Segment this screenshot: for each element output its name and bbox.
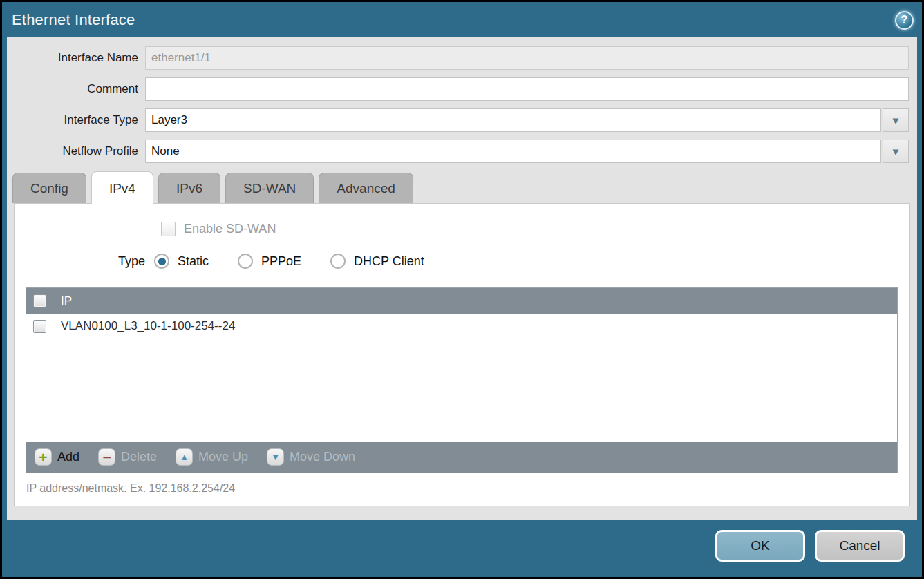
dialog-content: Interface Name Comment Interface Type ▼ …	[7, 37, 917, 520]
form-row-interface-name: Interface Name	[7, 46, 909, 70]
chevron-down-icon: ▼	[891, 115, 901, 126]
table-row[interactable]: VLAN0100_L3_10-1-100-254--24	[26, 314, 897, 339]
delete-button[interactable]: − Delete	[98, 448, 157, 466]
cancel-button[interactable]: Cancel	[815, 530, 905, 562]
enable-sdwan-row: Enable SD-WAN	[161, 222, 909, 236]
help-icon[interactable]: ?	[895, 11, 914, 30]
enable-sdwan-checkbox	[161, 222, 176, 236]
arrow-down-icon: ▼	[267, 448, 284, 466]
move-up-button[interactable]: ▲ Move Up	[176, 448, 248, 466]
type-label: Type	[15, 254, 154, 269]
radio-dhcp-client-label[interactable]: DHCP Client	[354, 254, 424, 269]
ethernet-interface-dialog: Ethernet Interface ? Interface Name Comm…	[0, 0, 924, 579]
row-checkbox[interactable]	[33, 320, 46, 333]
netflow-profile-dropdown-button[interactable]: ▼	[883, 140, 909, 163]
comment-label: Comment	[7, 82, 145, 96]
chevron-down-icon: ▼	[891, 146, 901, 158]
form-row-interface-type: Interface Type ▼	[7, 108, 909, 132]
ip-table-body: VLAN0100_L3_10-1-100-254--24	[26, 314, 897, 442]
radio-pppoe[interactable]	[238, 254, 253, 269]
dialog-titlebar: Ethernet Interface ?	[2, 2, 922, 38]
radio-dhcp-client[interactable]	[330, 254, 346, 269]
netflow-profile-field[interactable]	[145, 140, 881, 163]
form-row-comment: Comment	[7, 77, 909, 101]
move-up-button-label: Move Up	[198, 450, 248, 464]
ip-row-value[interactable]: VLAN0100_L3_10-1-100-254--24	[53, 319, 235, 333]
comment-field[interactable]	[145, 77, 909, 101]
tab-advanced[interactable]: Advanced	[319, 173, 413, 203]
enable-sdwan-label: Enable SD-WAN	[184, 222, 276, 236]
tab-strip: Config IPv4 IPv6 SD-WAN Advanced	[12, 171, 917, 203]
tab-ipv4[interactable]: IPv4	[91, 171, 153, 204]
tab-sd-wan[interactable]: SD-WAN	[225, 173, 314, 203]
interface-name-label: Interface Name	[7, 51, 145, 65]
plus-icon: +	[35, 448, 52, 466]
ipv4-tab-panel: Enable SD-WAN Type Static PPPoE DHCP Cli…	[14, 203, 910, 506]
radio-static[interactable]	[154, 254, 169, 269]
ok-button[interactable]: OK	[715, 530, 805, 562]
ip-table-header: IP	[26, 288, 897, 314]
tab-config[interactable]: Config	[12, 173, 86, 203]
move-down-button-label: Move Down	[290, 450, 355, 464]
row-checkbox-cell	[26, 314, 53, 339]
arrow-up-icon: ▲	[176, 448, 193, 466]
form-row-netflow-profile: Netflow Profile ▼	[7, 140, 909, 163]
ip-column-header: IP	[53, 294, 72, 308]
move-down-button[interactable]: ▼ Move Down	[267, 448, 355, 466]
ip-address-table: IP VLAN0100_L3_10-1-100-254--24 + Add	[26, 287, 898, 473]
dialog-title: Ethernet Interface	[12, 11, 895, 29]
tab-ipv6[interactable]: IPv6	[158, 173, 220, 203]
type-radio-group: Type Static PPPoE DHCP Client	[15, 254, 909, 269]
interface-form: Interface Name Comment Interface Type ▼ …	[7, 37, 917, 163]
netflow-profile-label: Netflow Profile	[7, 144, 145, 158]
delete-button-label: Delete	[121, 450, 157, 464]
select-all-cell	[26, 288, 53, 314]
select-all-checkbox[interactable]	[33, 294, 46, 307]
ip-format-hint: IP address/netmask. Ex. 192.168.2.254/24	[26, 482, 909, 495]
dialog-footer: OK Cancel	[715, 530, 905, 562]
interface-type-field[interactable]	[145, 108, 881, 132]
add-button-label: Add	[57, 450, 79, 464]
interface-type-dropdown-button[interactable]: ▼	[883, 108, 909, 132]
add-button[interactable]: + Add	[35, 448, 79, 466]
interface-name-field	[145, 46, 909, 70]
radio-static-label[interactable]: Static	[178, 254, 209, 269]
radio-pppoe-label[interactable]: PPPoE	[261, 254, 301, 269]
interface-type-label: Interface Type	[7, 113, 145, 127]
minus-icon: −	[98, 448, 115, 466]
ip-table-toolbar: + Add − Delete ▲ Move Up ▼ Move Down	[26, 442, 897, 473]
